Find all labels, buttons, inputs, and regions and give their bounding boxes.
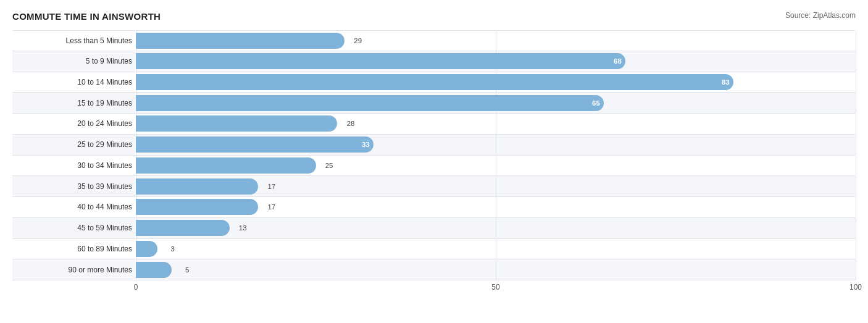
grid-line-50 <box>496 259 496 280</box>
grid-line-100 <box>856 176 856 196</box>
bar-row: 40 to 44 Minutes17 <box>12 197 856 218</box>
bar-fill: 68 <box>136 53 625 69</box>
bar-fill: 29 <box>136 33 344 49</box>
grid-line-50 <box>496 135 496 155</box>
grid-line-100 <box>856 93 856 113</box>
bar-row: 5 to 9 Minutes68 <box>12 51 856 72</box>
bar-value: 33 <box>362 141 370 148</box>
chart-source: Source: ZipAtlas.com <box>785 11 856 20</box>
grid-line-50 <box>496 218 496 238</box>
bar-fill: 17 <box>136 199 258 215</box>
bar-row: 45 to 59 Minutes13 <box>12 218 856 239</box>
grid-line-100 <box>856 135 856 155</box>
bar-value: 65 <box>592 99 600 107</box>
bar-track: 65 <box>136 93 856 113</box>
grid-line-100 <box>856 259 856 280</box>
grid-line-50 <box>496 31 496 51</box>
bar-label: 45 to 59 Minutes <box>12 224 136 232</box>
chart-body: Less than 5 Minutes295 to 9 Minutes6810 … <box>12 30 856 280</box>
grid-line-50 <box>496 114 496 134</box>
bar-track: 17 <box>136 176 856 196</box>
bar-row: 35 to 39 Minutes17 <box>12 176 856 197</box>
bar-label: 40 to 44 Minutes <box>12 203 136 211</box>
grid-line-100 <box>856 31 856 51</box>
bar-track: 13 <box>136 218 856 238</box>
grid-line-50 <box>496 197 496 217</box>
bar-fill: 13 <box>136 220 230 236</box>
bar-track: 29 <box>136 31 856 51</box>
bar-label: 20 to 24 Minutes <box>12 119 136 128</box>
chart-container: COMMUTE TIME IN AINSWORTH Source: ZipAtl… <box>0 0 868 323</box>
bar-row: 10 to 14 Minutes83 <box>12 72 856 93</box>
bar-fill: 25 <box>136 157 316 174</box>
bar-row: Less than 5 Minutes29 <box>12 30 856 51</box>
bar-label: Less than 5 Minutes <box>12 36 136 45</box>
bar-track: 17 <box>136 197 856 217</box>
grid-line-50 <box>496 239 496 259</box>
grid-line-50 <box>496 156 496 176</box>
grid-line-50 <box>496 176 496 196</box>
bar-fill: 5 <box>136 262 172 278</box>
x-axis-label: 50 <box>491 283 499 292</box>
bar-value: 29 <box>354 37 362 44</box>
grid-line-100 <box>856 218 856 238</box>
bar-track: 3 <box>136 239 856 259</box>
bar-fill: 83 <box>136 74 733 90</box>
bar-row: 90 or more Minutes5 <box>12 259 856 280</box>
grid-line-100 <box>856 51 856 72</box>
bar-row: 15 to 19 Minutes65 <box>12 93 856 114</box>
bar-value: 25 <box>325 162 333 169</box>
bar-track: 83 <box>136 72 856 93</box>
bar-track: 28 <box>136 114 856 134</box>
bar-row: 30 to 34 Minutes25 <box>12 156 856 177</box>
bar-fill: 65 <box>136 95 604 111</box>
chart-title: COMMUTE TIME IN AINSWORTH <box>12 11 161 22</box>
bar-track: 25 <box>136 156 856 176</box>
bar-label: 90 or more Minutes <box>12 266 136 274</box>
bar-row: 20 to 24 Minutes28 <box>12 114 856 135</box>
bar-fill: 17 <box>136 178 258 195</box>
chart-header: COMMUTE TIME IN AINSWORTH Source: ZipAtl… <box>12 11 856 22</box>
bar-track: 5 <box>136 259 856 280</box>
bar-value: 17 <box>267 203 275 211</box>
x-axis-label: 0 <box>134 283 138 292</box>
bar-value: 17 <box>267 183 275 190</box>
bar-fill: 28 <box>136 115 337 132</box>
bar-value: 13 <box>239 224 247 232</box>
grid-line-100 <box>856 114 856 134</box>
bar-row: 60 to 89 Minutes3 <box>12 239 856 260</box>
bar-label: 5 to 9 Minutes <box>12 57 136 65</box>
bar-value: 3 <box>171 245 175 253</box>
bar-track: 68 <box>136 51 856 72</box>
bar-label: 60 to 89 Minutes <box>12 245 136 253</box>
bar-value: 68 <box>614 57 622 65</box>
x-axis-label: 100 <box>849 283 862 292</box>
grid-line-100 <box>856 239 856 259</box>
bar-fill: 3 <box>136 241 157 257</box>
grid-line-100 <box>856 156 856 176</box>
bar-label: 35 to 39 Minutes <box>12 182 136 191</box>
bar-label: 10 to 14 Minutes <box>12 78 136 86</box>
bar-value: 28 <box>347 120 355 127</box>
bar-value: 5 <box>185 266 189 274</box>
grid-line-100 <box>856 72 856 93</box>
bar-label: 25 to 29 Minutes <box>12 140 136 149</box>
bar-fill: 33 <box>136 136 373 153</box>
bar-label: 30 to 34 Minutes <box>12 161 136 170</box>
bar-value: 83 <box>722 78 730 86</box>
bar-row: 25 to 29 Minutes33 <box>12 135 856 156</box>
bar-track: 33 <box>136 135 856 155</box>
bar-label: 15 to 19 Minutes <box>12 99 136 107</box>
grid-line-100 <box>856 197 856 217</box>
